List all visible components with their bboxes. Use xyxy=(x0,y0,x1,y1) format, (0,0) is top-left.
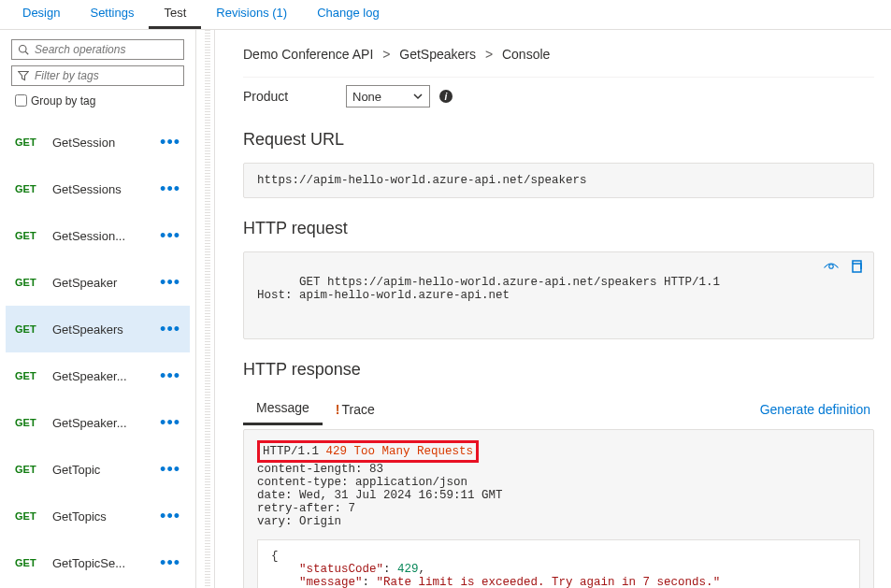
breadcrumb: Demo Conference API > GetSpeakers > Cons… xyxy=(243,37,874,78)
tab-settings[interactable]: Settings xyxy=(75,0,149,29)
operation-item[interactable]: GETGetSpeaker••• xyxy=(6,259,190,306)
operation-verb: GET xyxy=(15,230,45,241)
operation-menu-icon[interactable]: ••• xyxy=(156,366,184,386)
filter-by-tags[interactable] xyxy=(11,65,184,86)
operation-verb: GET xyxy=(15,183,45,194)
operation-name: GetSpeaker xyxy=(52,276,156,290)
operation-item[interactable]: GETGetTopics••• xyxy=(6,493,190,539)
reveal-icon[interactable] xyxy=(823,260,840,279)
chevron-down-icon xyxy=(412,91,424,102)
operation-menu-icon[interactable]: ••• xyxy=(156,507,184,526)
operation-name: GetTopic xyxy=(52,463,156,477)
operation-verb: GET xyxy=(15,277,45,288)
operation-name: GetSpeakers xyxy=(52,323,156,337)
operation-menu-icon[interactable]: ••• xyxy=(156,273,184,293)
svg-point-0 xyxy=(20,46,27,53)
operation-name: GetTopicSe... xyxy=(52,556,156,570)
operation-name: GetSpeaker... xyxy=(52,416,156,430)
operation-name: GetSpeaker... xyxy=(52,369,156,383)
operation-verb: GET xyxy=(15,136,45,148)
svg-rect-5 xyxy=(853,264,861,272)
breadcrumb-op[interactable]: GetSpeakers xyxy=(399,47,476,62)
top-tabs: Design Settings Test Revisions (1) Chang… xyxy=(0,0,891,30)
operation-verb: GET xyxy=(15,510,45,522)
operation-item[interactable]: GETGetSpeaker...••• xyxy=(6,352,190,399)
product-select[interactable]: None xyxy=(346,85,430,108)
operation-verb: GET xyxy=(15,557,45,568)
search-input[interactable] xyxy=(33,42,178,57)
operation-menu-icon[interactable]: ••• xyxy=(156,133,184,152)
operation-item[interactable]: GETGetSession...••• xyxy=(6,212,190,259)
operation-name: GetSession xyxy=(52,136,156,150)
info-icon[interactable]: i xyxy=(439,90,453,103)
tab-test[interactable]: Test xyxy=(149,0,201,29)
response-body: { "statusCode": 429, "message": "Rate li… xyxy=(257,539,860,588)
http-request-text: GET https://apim-hello-world.azure-api.n… xyxy=(257,276,720,302)
http-request-box: GET https://apim-hello-world.azure-api.n… xyxy=(243,251,874,339)
breadcrumb-page: Console xyxy=(502,47,550,62)
operation-item[interactable]: GETGetTopic••• xyxy=(6,446,190,493)
copy-icon[interactable] xyxy=(849,260,864,279)
operation-name: GetTopics xyxy=(52,509,156,523)
request-url-box: https://apim-hello-world.azure-api.net/s… xyxy=(243,163,874,198)
search-icon xyxy=(18,44,29,55)
operation-menu-icon[interactable]: ••• xyxy=(156,413,184,433)
tab-design[interactable]: Design xyxy=(7,0,75,29)
operation-menu-icon[interactable]: ••• xyxy=(156,179,184,199)
splitter[interactable] xyxy=(196,30,215,588)
operation-verb: GET xyxy=(15,323,45,335)
operation-verb: GET xyxy=(15,370,45,381)
main-panel: Demo Conference API > GetSpeakers > Cons… xyxy=(215,30,891,588)
group-by-tag[interactable]: Group by tag xyxy=(11,92,184,109)
operation-name: GetSessions xyxy=(52,182,156,196)
svg-marker-2 xyxy=(19,72,29,80)
status-badge: 429 Too Many Requests xyxy=(326,445,474,458)
http-response-heading: HTTP response xyxy=(243,360,874,380)
tab-message[interactable]: Message xyxy=(243,393,323,425)
operation-menu-icon[interactable]: ••• xyxy=(156,460,184,480)
operation-menu-icon[interactable]: ••• xyxy=(156,553,184,573)
http-request-heading: HTTP request xyxy=(243,219,874,238)
operation-menu-icon[interactable]: ••• xyxy=(156,320,184,339)
http-response-box: HTTP/1.1 429 Too Many Requests content-l… xyxy=(243,429,874,588)
request-url-heading: Request URL xyxy=(243,130,874,150)
filter-input[interactable] xyxy=(33,68,178,83)
search-operations[interactable] xyxy=(11,39,184,60)
operation-item[interactable]: GETGetSpeaker...••• xyxy=(6,399,190,446)
product-label: Product xyxy=(243,89,346,104)
filter-icon xyxy=(18,70,29,81)
product-value: None xyxy=(352,90,381,104)
operation-item[interactable]: GETGetSession••• xyxy=(6,119,190,165)
tab-revisions[interactable]: Revisions (1) xyxy=(201,0,302,29)
operation-name: GetSession... xyxy=(52,229,156,243)
generate-definition-link[interactable]: Generate definition xyxy=(760,402,874,417)
tab-changelog[interactable]: Change log xyxy=(302,0,395,29)
operations-sidebar: Group by tag GETGetSession•••GETGetSessi… xyxy=(0,30,196,588)
operation-menu-icon[interactable]: ••• xyxy=(156,226,184,246)
operation-verb: GET xyxy=(15,464,45,475)
operation-verb: GET xyxy=(15,417,45,428)
operation-item[interactable]: GETGetSpeakers••• xyxy=(6,306,190,352)
breadcrumb-api[interactable]: Demo Conference API xyxy=(243,47,373,62)
svg-point-4 xyxy=(829,265,834,269)
tab-trace[interactable]: !Trace xyxy=(323,394,388,424)
group-by-tag-checkbox[interactable] xyxy=(15,94,27,107)
svg-line-1 xyxy=(25,51,28,54)
operation-item[interactable]: GETGetTopicSe...••• xyxy=(6,539,190,586)
response-headers: content-length: 83 content-type: applica… xyxy=(257,463,503,528)
group-by-tag-label: Group by tag xyxy=(31,94,95,108)
operation-item[interactable]: GETGetSessions••• xyxy=(6,165,190,212)
